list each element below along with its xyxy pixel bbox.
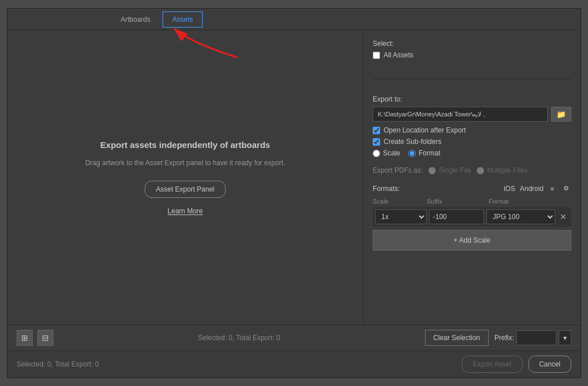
chevron-down-icon: ▼ (562, 335, 568, 341)
format-row: 1x 2x 3x JPG 100 PNG SVG PDF ✕ (373, 207, 571, 227)
grid-view-button[interactable]: ⊞ (17, 330, 33, 346)
empty-state-body: Drag artwork to the Asset Export panel t… (85, 158, 285, 168)
settings-button[interactable]: ⚙ (561, 184, 571, 193)
learn-more-button[interactable]: Learn More (168, 207, 203, 215)
right-panel: Select: All Assets Export to: 📁 (363, 30, 581, 325)
scale-radio[interactable] (373, 150, 380, 157)
list-view-button[interactable]: ≡ (548, 184, 556, 193)
add-scale-button[interactable]: + Add Scale (373, 230, 571, 251)
open-location-label: Open Location after Export (384, 126, 466, 134)
open-location-checkbox[interactable] (373, 127, 380, 134)
bottom-status: Selected: 0, Total Export: 0 (198, 334, 280, 342)
export-dialog: Artboards Assets Export assets independe… (7, 8, 581, 378)
asset-export-panel-button[interactable]: Asset Export Panel (145, 181, 225, 198)
prefix-label: Prefix: (494, 334, 514, 342)
format-column-header: Format (489, 198, 558, 205)
all-assets-checkbox[interactable] (373, 52, 380, 59)
tab-bar: Artboards Assets (7, 9, 581, 30)
export-asset-button: Export Asset (462, 356, 522, 373)
export-to-section: Export to: 📁 Open Location after Export … (373, 95, 571, 157)
tab-artboards[interactable]: Artboards (111, 11, 160, 28)
multiple-files-label[interactable]: Multiple Files (477, 166, 527, 174)
single-file-label[interactable]: Single File (428, 166, 471, 174)
list-view-icon: ⊟ (42, 333, 49, 342)
create-subfolders-row: Create Sub-folders (373, 138, 571, 146)
ios-label: iOS (504, 185, 515, 193)
select-section: Select: All Assets (373, 40, 571, 63)
android-label: Android (520, 185, 543, 193)
empty-state-heading: Export assets independently of artboards (85, 140, 285, 150)
prefix-dropdown-button[interactable]: ▼ (559, 330, 571, 345)
footer-buttons: Export Asset Cancel (462, 356, 571, 373)
empty-state: Export assets independently of artboards… (85, 140, 285, 215)
clear-selection-button[interactable]: Clear Selection (425, 330, 489, 346)
create-subfolders-label: Create Sub-folders (384, 138, 442, 146)
tab-assets[interactable]: Assets (163, 11, 203, 28)
list-view-icon-button[interactable]: ⊟ (37, 330, 53, 346)
format-select[interactable]: JPG 100 PNG SVG PDF (486, 209, 555, 224)
suffix-input[interactable] (429, 209, 484, 224)
bottom-bar: ⊞ ⊟ Selected: 0, Total Export: 0 Clear S… (7, 325, 581, 350)
formats-section: Formats: iOS Android ≡ ⚙ Scale (373, 184, 571, 251)
single-file-radio (428, 167, 436, 174)
export-pdfs-row: Export PDFs as: Single File Multiple Fil… (373, 166, 571, 174)
remove-format-button[interactable]: ✕ (558, 212, 569, 221)
create-subfolders-checkbox[interactable] (373, 138, 380, 146)
bottom-right-controls: Clear Selection Prefix: ▼ (425, 330, 571, 346)
open-location-row: Open Location after Export (373, 126, 571, 134)
left-panel: Export assets independently of artboards… (7, 30, 363, 325)
prefix-row: Prefix: ▼ (494, 330, 571, 345)
main-area: Export assets independently of artboards… (7, 30, 581, 325)
browse-folder-button[interactable]: 📁 (551, 107, 571, 122)
export-path-input[interactable] (373, 107, 548, 122)
cancel-button[interactable]: Cancel (528, 356, 571, 373)
export-to-label: Export to: (373, 95, 571, 103)
suffix-column-header: Suffix (427, 198, 486, 205)
folder-icon: 📁 (556, 110, 566, 119)
footer: Selected: 0, Total Export: 0 Export Asse… (7, 350, 581, 377)
scale-column-header: Scale (373, 198, 424, 205)
multiple-files-radio (477, 167, 484, 174)
format-radio-label[interactable]: Format (408, 149, 440, 157)
path-row: 📁 (373, 107, 571, 122)
footer-status: Selected: 0, Total Export: 0 (17, 360, 99, 368)
list-icon: ≡ (551, 185, 554, 192)
export-pdfs-label: Export PDFs as: (373, 166, 423, 174)
gear-icon: ⚙ (563, 185, 569, 192)
format-table-header: Scale Suffix Format (373, 198, 571, 205)
scale-select[interactable]: 1x 2x 3x (375, 209, 427, 224)
formats-actions: iOS Android ≡ ⚙ (504, 184, 571, 193)
scale-radio-label[interactable]: Scale (373, 149, 400, 157)
formats-header: Formats: iOS Android ≡ ⚙ (373, 184, 571, 193)
all-assets-label: All Assets (384, 51, 413, 59)
formats-label: Formats: (373, 185, 400, 193)
all-assets-row: All Assets (373, 51, 571, 59)
format-radio[interactable] (408, 150, 416, 157)
prefix-input[interactable] (516, 330, 556, 345)
bottom-left-controls: ⊞ ⊟ (17, 330, 53, 346)
select-label: Select: (373, 40, 571, 48)
grid-icon: ⊞ (21, 333, 28, 342)
scale-format-radio-row: Scale Format (373, 149, 571, 157)
